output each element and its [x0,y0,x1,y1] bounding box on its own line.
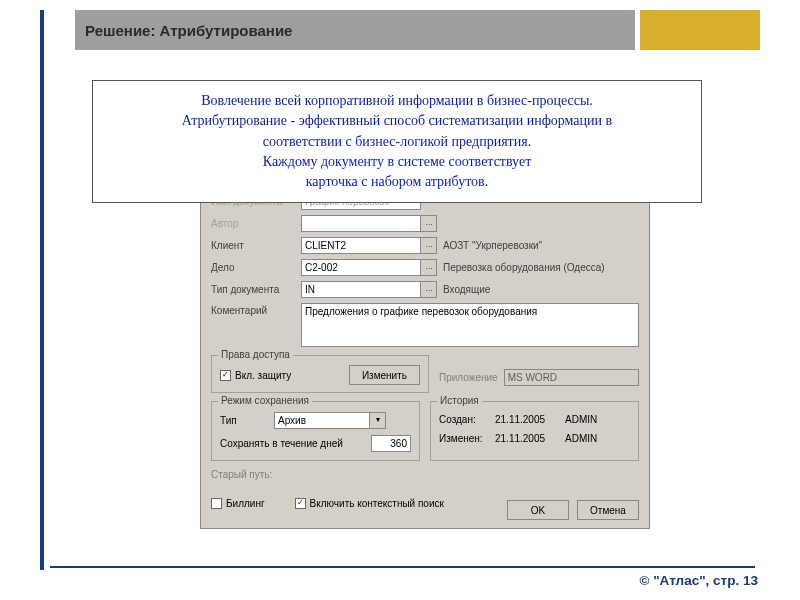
client-desc: АОЗТ "Укрперевозки" [443,240,639,251]
save-mode-group: Режим сохранения Тип Архив ▾ Сохранять в… [211,401,420,461]
author-input[interactable] [301,215,421,232]
billing-checkbox[interactable]: Биллинг [211,498,265,509]
bottom-rule [50,566,755,568]
client-lookup-button[interactable]: … [421,237,437,254]
created-date: 21.11.2005 [495,414,565,425]
old-path-label: Старый путь: [211,469,639,484]
modified-user: ADMIN [565,433,597,444]
author-label: Автор [211,218,301,229]
created-label: Создан: [439,414,495,425]
history-group: История Создан: 21.11.2005 ADMIN Изменен… [430,401,639,461]
slide-left-bar [40,10,44,570]
save-mode-legend: Режим сохранения [218,395,312,406]
chevron-down-icon[interactable]: ▾ [370,412,386,429]
access-group: Права доступа ✓ Вкл. защиту Изменить [211,355,429,393]
context-search-checkbox[interactable]: ✓ Включить контекстный поиск [295,498,444,509]
author-lookup-button[interactable]: … [421,215,437,232]
info-line: Каждому документу в системе соответствуе… [107,152,687,172]
attachment-value: MS WORD [504,369,639,386]
case-label: Дело [211,262,301,273]
header-accent [640,10,760,50]
doc-type-desc: Входящие [443,284,639,295]
keep-days-input[interactable]: 360 [371,435,411,452]
save-type-select[interactable]: Архив [274,412,370,429]
change-button[interactable]: Изменить [349,365,420,385]
comment-textarea[interactable]: Предложения о графике перевозок оборудов… [301,303,639,347]
info-box: Вовлечение всей корпоративной информации… [92,80,702,203]
case-lookup-button[interactable]: … [421,259,437,276]
doc-type-lookup-button[interactable]: … [421,281,437,298]
enable-protection-label: Вкл. защиту [235,370,291,381]
doc-type-label: Тип документа [211,284,301,295]
history-legend: История [437,395,482,406]
attachment-label: Приложение [439,372,498,383]
access-legend: Права доступа [218,349,293,360]
ok-button[interactable]: OK [507,500,569,520]
billing-label: Биллинг [226,498,265,509]
comment-label: Коментарий [211,303,301,316]
client-label: Клиент [211,240,301,251]
info-line: соответствии с бизнес-логикой предприяти… [107,132,687,152]
enable-protection-checkbox[interactable]: ✓ Вкл. защиту [220,370,291,381]
cancel-button[interactable]: Отмена [577,500,639,520]
type-label: Тип [220,415,248,426]
case-input[interactable]: C2-002 [301,259,421,276]
header-band: Решение: Атрибутирование [75,10,635,50]
keep-days-label: Сохранять в течение дней [220,438,371,449]
info-line: Атрибутирование - эффективный способ сис… [107,111,687,131]
case-desc: Перевозка оборудования (Одесса) [443,262,639,273]
footer-text: © "Атлас", стр. 13 [640,573,758,588]
doc-type-input[interactable]: IN [301,281,421,298]
info-line: Вовлечение всей корпоративной информации… [107,91,687,111]
slide-title: Решение: Атрибутирование [85,22,292,39]
modified-label: Изменен: [439,433,495,444]
checkbox-icon: ✓ [220,370,231,381]
modified-date: 21.11.2005 [495,433,565,444]
client-input[interactable]: CLIENT2 [301,237,421,254]
checkbox-icon [211,498,222,509]
info-line: карточка с набором атрибутов. [107,172,687,192]
created-user: ADMIN [565,414,597,425]
checkbox-icon: ✓ [295,498,306,509]
document-card-dialog: Карточка документа × Имя документа Графи… [200,168,650,529]
context-search-label: Включить контекстный поиск [310,498,444,509]
